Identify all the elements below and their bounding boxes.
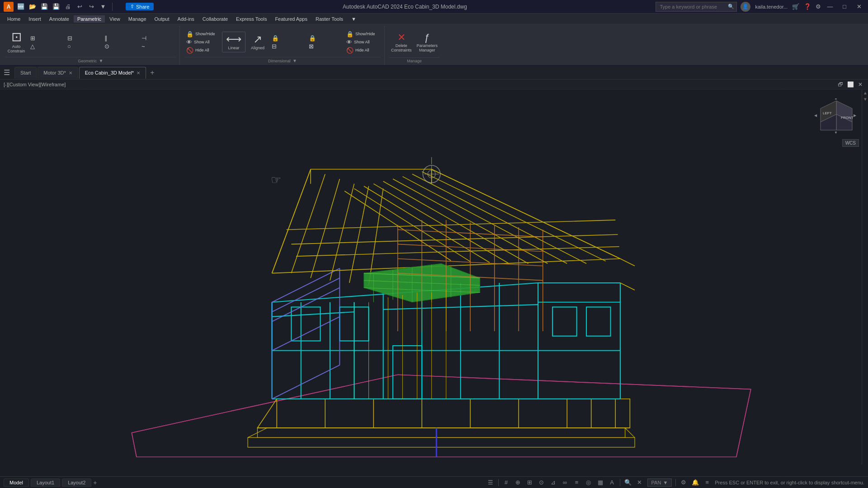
close-button[interactable]: ✕ bbox=[854, 2, 864, 11]
user-avatar[interactable]: 👤 bbox=[741, 2, 750, 12]
qat-open[interactable]: 📂 bbox=[28, 2, 37, 11]
menu-manage[interactable]: Manage bbox=[125, 15, 150, 23]
ribbon-dim-r2[interactable]: 🔒 bbox=[307, 34, 343, 42]
view-close-viewport[interactable]: ✕ bbox=[856, 80, 864, 89]
tab-ecocabin[interactable]: Eco Cabin_3D Model* ✕ bbox=[79, 67, 146, 79]
qat-redo[interactable]: ↪ bbox=[87, 2, 96, 11]
ribbon-auto-constrain[interactable]: ⊡ AutoConstrain bbox=[5, 30, 27, 54]
model-tab[interactable]: Model bbox=[4, 479, 29, 487]
ribbon-geo-btn6[interactable]: ○ bbox=[66, 42, 102, 50]
ribbon-geo-btn1[interactable]: ⊞ bbox=[28, 34, 65, 42]
layout1-tab[interactable]: Layout1 bbox=[31, 479, 60, 487]
tab-ecocabin-close[interactable]: ✕ bbox=[137, 70, 140, 75]
share-button[interactable]: ⇧ Share bbox=[126, 3, 154, 10]
menu-addins[interactable]: Add-ins bbox=[174, 15, 198, 23]
minimize-button[interactable]: — bbox=[825, 2, 835, 11]
qat-print[interactable]: 🖨 bbox=[63, 2, 72, 11]
status-transparency-icon[interactable]: ◎ bbox=[585, 479, 593, 487]
qat-save[interactable]: 💾 bbox=[40, 2, 49, 11]
menu-home[interactable]: Home bbox=[4, 15, 24, 23]
menu-collaborate[interactable]: Collaborate bbox=[199, 15, 231, 23]
layout2-tab[interactable]: Layout2 bbox=[62, 479, 91, 487]
status-selection-icon[interactable]: ▦ bbox=[596, 479, 604, 487]
menu-more[interactable]: ▼ bbox=[348, 15, 360, 23]
shopping-icon[interactable]: 🛒 bbox=[792, 3, 799, 10]
view-restore[interactable]: 🗗 bbox=[836, 80, 844, 89]
menu-annotate[interactable]: Annotate bbox=[46, 15, 73, 23]
layout-add-button[interactable]: + bbox=[93, 479, 97, 486]
menu-featuredapps[interactable]: Featured Apps bbox=[271, 15, 311, 23]
status-lineweight-icon[interactable]: ≡ bbox=[573, 479, 581, 487]
ribbon-parameters-manager[interactable]: ƒ ParametersManager bbox=[415, 32, 440, 53]
status-snap-icon[interactable]: ⊕ bbox=[514, 479, 522, 487]
tab-add-button[interactable]: + bbox=[147, 67, 158, 78]
status-ortho-icon[interactable]: ⊞ bbox=[526, 479, 534, 487]
scroll-down-arrow[interactable]: ▼ bbox=[862, 96, 868, 102]
ribbon-geo-btn7[interactable]: ⊙ bbox=[103, 42, 139, 50]
ribbon-delete-constraints[interactable]: ✕ DeleteConstraints bbox=[389, 32, 414, 53]
status-grid-icon[interactable]: # bbox=[502, 479, 510, 487]
ribbon-geo-btn2[interactable]: ⊟ bbox=[66, 34, 102, 42]
ribbon-geo-btn3[interactable]: ∥ bbox=[103, 34, 139, 42]
help-icon[interactable]: ❓ bbox=[804, 3, 811, 10]
ribbon-linear[interactable]: ⟷ Linear bbox=[222, 32, 245, 52]
ribbon-geo-btn4[interactable]: ⊣ bbox=[140, 34, 176, 42]
view-maximize[interactable]: ⬜ bbox=[846, 80, 854, 89]
menu-view[interactable]: View bbox=[106, 15, 124, 23]
geometric-expand-icon[interactable]: ▼ bbox=[99, 58, 104, 63]
status-workspace-icon[interactable]: ⚙ bbox=[679, 479, 688, 487]
right-scrollbar[interactable]: ▲ ▼ bbox=[862, 89, 868, 465]
pan-control[interactable]: PAN ▼ bbox=[647, 479, 672, 487]
viewport-cube[interactable]: FRONT LEFT ▲ ▶ ▼ ◀ bbox=[814, 99, 859, 135]
wcs-badge[interactable]: WCS bbox=[842, 139, 859, 147]
qat-dropdown[interactable]: ▼ bbox=[99, 2, 108, 11]
pan-dropdown-icon[interactable]: ▼ bbox=[663, 480, 668, 485]
ribbon-geo-btn8[interactable]: ~ bbox=[140, 42, 176, 50]
dimensional-expand-icon[interactable]: ▼ bbox=[292, 58, 297, 63]
search-filter-icon[interactable]: 🔍 bbox=[624, 479, 632, 487]
search-input[interactable] bbox=[656, 2, 737, 12]
ribbon-hideall1[interactable]: 🚫 Hide All bbox=[184, 47, 221, 54]
ribbon-hideall2[interactable]: 🚫 Hide All bbox=[344, 47, 381, 54]
tab-motor3d[interactable]: Motor 3D* ✕ bbox=[38, 67, 78, 79]
status-notifications-icon[interactable]: 🔔 bbox=[691, 479, 699, 487]
ribbon-geo-btn5[interactable]: △ bbox=[28, 42, 65, 50]
qat-new[interactable]: 🆕 bbox=[16, 2, 25, 11]
hamburger-menu[interactable]: ☰ bbox=[4, 68, 10, 77]
ribbon-aligned[interactable]: ↗ Aligned bbox=[247, 33, 269, 51]
menu-output[interactable]: Output bbox=[151, 15, 173, 23]
username-label[interactable]: kaila.tenedor... bbox=[755, 4, 788, 9]
ribbon-showhide1[interactable]: 🔒 Show/Hide bbox=[184, 30, 221, 38]
menu-rastertools[interactable]: Raster Tools bbox=[312, 15, 347, 23]
ribbon-showall1[interactable]: 👁 Show All bbox=[184, 38, 221, 46]
status-more-icon[interactable]: ≡ bbox=[703, 479, 711, 487]
status-x-icon[interactable]: ✕ bbox=[636, 479, 644, 487]
ribbon-geometric-subgroup: ⊞ ⊟ ∥ ⊣ △ ○ ⊙ ~ bbox=[28, 34, 176, 50]
settings-icon[interactable]: ⚙ bbox=[816, 3, 821, 10]
tab-motor3d-close[interactable]: ✕ bbox=[69, 70, 72, 75]
status-annoscale-icon[interactable]: A bbox=[608, 479, 616, 487]
qat-undo[interactable]: ↩ bbox=[75, 2, 84, 11]
status-polar-icon[interactable]: ⊙ bbox=[538, 479, 546, 487]
ribbon-showhide2[interactable]: 🔒 Show/Hide bbox=[344, 30, 381, 38]
tab-start[interactable]: Start bbox=[14, 67, 37, 79]
canvas-area[interactable]: ☞ FRONT LEFT ▲ ▶ ▼ ◀ WCS bbox=[0, 89, 868, 476]
maximize-button[interactable]: □ bbox=[839, 2, 850, 11]
ribbon-showall2[interactable]: 👁 Show All bbox=[344, 38, 381, 46]
menu-insert[interactable]: Insert bbox=[25, 15, 45, 23]
status-model-icon[interactable]: ☰ bbox=[486, 479, 495, 487]
status-otrack-icon[interactable]: ∞ bbox=[561, 479, 569, 487]
ribbon-dimensional-label: Dimensional ▼ bbox=[184, 57, 381, 64]
menu-expresstools[interactable]: Express Tools bbox=[232, 15, 270, 23]
scroll-up-arrow[interactable]: ▲ bbox=[862, 89, 868, 96]
tabsbar: ☰ Start Motor 3D* ✕ Eco Cabin_3D Model* … bbox=[0, 66, 868, 80]
qat-saveas[interactable]: 💾 bbox=[52, 2, 61, 11]
menu-parametric[interactable]: Parametric bbox=[74, 15, 105, 23]
ribbon-geometric-label: Geometric ▼ bbox=[5, 57, 176, 64]
ribbon-dim-r3[interactable]: ⊟ bbox=[270, 42, 306, 50]
autocad-icon[interactable]: A bbox=[4, 2, 14, 12]
ribbon-dim-r4[interactable]: ⊠ bbox=[307, 42, 343, 50]
ribbon-showhide-group2: 🔒 Show/Hide 👁 Show All 🚫 Hide All bbox=[344, 30, 381, 54]
status-osnap-icon[interactable]: ⊿ bbox=[549, 479, 557, 487]
ribbon-dim-r1[interactable]: 🔒 bbox=[270, 34, 306, 42]
